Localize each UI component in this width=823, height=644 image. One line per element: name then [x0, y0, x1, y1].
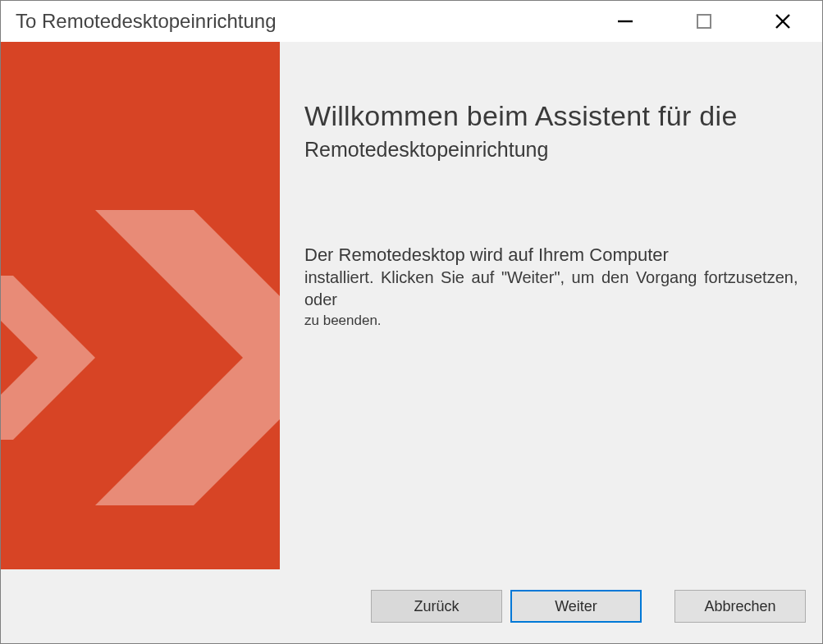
- installer-window: To Remotedesktopeinrichtung: [0, 0, 823, 644]
- wizard-headline: Willkommen beim Assistent für die: [304, 99, 822, 133]
- wizard-body-lead: Der Remotedesktop wird auf Ihrem Compute…: [304, 244, 822, 267]
- maximize-button[interactable]: [665, 1, 743, 42]
- maximize-icon: [695, 12, 713, 30]
- next-button[interactable]: Weiter: [510, 590, 642, 623]
- remote-desktop-logo-icon: [1, 181, 280, 569]
- close-button[interactable]: [743, 1, 822, 42]
- minimize-button[interactable]: [586, 1, 665, 42]
- footer-bar: Zurück Weiter Abbrechen: [1, 569, 822, 643]
- back-button[interactable]: Zurück: [371, 590, 502, 623]
- wizard-body-tail: zu beenden.: [304, 313, 822, 329]
- window-controls: [586, 1, 822, 42]
- svg-rect-1: [697, 15, 711, 28]
- main-panel: Willkommen beim Assistent für die Remote…: [280, 42, 822, 569]
- banner-graphic: [1, 42, 280, 569]
- close-icon: [774, 12, 792, 30]
- minimize-icon: [616, 12, 634, 30]
- cancel-button[interactable]: Abbrechen: [674, 590, 806, 623]
- wizard-body-text: installiert. Klicken Sie auf "Weiter", u…: [304, 267, 822, 311]
- title-bar: To Remotedesktopeinrichtung: [1, 1, 822, 42]
- window-title: To Remotedesktopeinrichtung: [16, 10, 586, 33]
- wizard-subheadline: Remotedesktopeinrichtung: [304, 138, 822, 162]
- nav-button-group: Zurück Weiter: [371, 590, 642, 623]
- content-area: Willkommen beim Assistent für die Remote…: [1, 42, 822, 569]
